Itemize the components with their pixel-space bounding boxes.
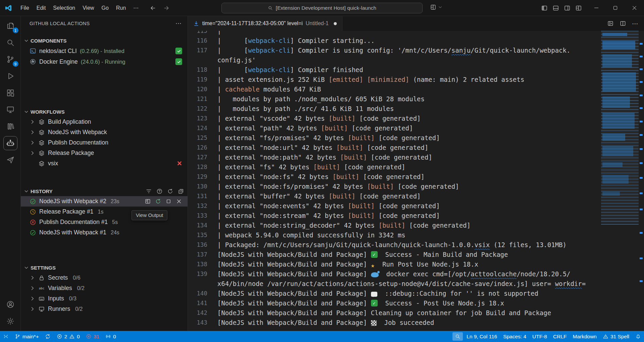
settings-runners[interactable]: Runners 0/2 (21, 304, 187, 314)
workflow-publish-documentation[interactable]: Publish Documentation (21, 137, 187, 148)
component-act-cli[interactable]: nektos/act CLI (0.2.69) - Installed (21, 46, 187, 56)
code-line[interactable]: 142[NodeJS with Webpack/Build and Packag… (188, 308, 596, 318)
extensions-icon[interactable] (0, 84, 21, 101)
settings-secrets[interactable]: Secrets 0/6 (21, 273, 187, 283)
menu-go[interactable]: Go (98, 3, 112, 13)
workflow-build-application[interactable]: Build Application (21, 117, 187, 127)
eol-sequence[interactable]: CRLF (550, 331, 570, 342)
code-line[interactable]: 133| external "node:stream" 42 bytes [bu… (188, 211, 596, 221)
workflow-release-package[interactable]: Release Package (21, 148, 187, 158)
encoding[interactable]: UTF-8 (529, 331, 550, 342)
code-line[interactable]: 126| external "node:url" 42 bytes [built… (188, 143, 596, 153)
code-line[interactable]: 138[NodeJS with Webpack/Build and Packag… (188, 260, 596, 269)
component-docker-engine[interactable]: Docker Engine (24.0.6) - Running (21, 56, 187, 67)
library-icon[interactable] (0, 118, 21, 135)
view-output-button[interactable] (145, 198, 151, 205)
toggle-panel-icon[interactable] (552, 5, 559, 11)
code-line[interactable]: 122| modules by path ./src/ 41.6 KiB 11 … (188, 104, 596, 114)
forward-button[interactable] (163, 5, 170, 11)
minimize-button[interactable] (587, 0, 606, 16)
menu-edit[interactable]: Edit (33, 3, 50, 13)
remote-indicator[interactable] (0, 331, 12, 342)
menu-selection[interactable]: Selection (49, 3, 79, 13)
code-line[interactable]: 115| (188, 31, 596, 36)
menu-run[interactable]: Run (112, 3, 129, 13)
code-line[interactable]: 137[NodeJS with Webpack/Build and Packag… (188, 250, 596, 260)
code-line[interactable]: 139[NodeJS with Webpack/Build and Packag… (188, 269, 596, 279)
code-line[interactable]: config.js' (188, 55, 596, 65)
split-editor-icon[interactable] (620, 20, 626, 27)
indentation[interactable]: Spaces: 4 (500, 331, 529, 342)
code-line[interactable]: 135| webpack 5.94.0 compiled successfull… (188, 230, 596, 240)
accounts-icon[interactable] (0, 296, 21, 313)
spell-error-count[interactable]: 31 (83, 331, 102, 342)
code-line[interactable]: 143[NodeJS with Webpack/Build and Packag… (188, 318, 596, 328)
source-control-icon[interactable]: 9 (0, 51, 21, 68)
spell-status[interactable]: 31 Spell (600, 331, 632, 342)
code-line[interactable]: 119| asset extension.js 252 KiB [emitted… (188, 75, 596, 84)
tab-untitled-1[interactable]: time="2024-11-17T18:32:43-05:00" level=i… (188, 16, 342, 31)
section-workflows[interactable]: WORKFLOWS (21, 107, 187, 117)
sidebar-more-actions[interactable]: ⋯ (175, 20, 181, 27)
code-line[interactable]: x64/bin/node /var/run/act/actions/action… (188, 279, 596, 289)
section-history[interactable]: HISTORY (21, 186, 187, 196)
branch-status[interactable]: main*+ (12, 331, 42, 342)
explorer-icon[interactable]: 1 (0, 17, 21, 34)
command-center-search[interactable]: [Extension Development Host] quick-launc… (221, 3, 423, 13)
code-line[interactable]: 141[NodeJS with Webpack/Build and Packag… (188, 298, 596, 308)
layout-profile-dropdown[interactable] (430, 4, 442, 10)
code-line[interactable]: 132| external "node:events" 42 bytes [bu… (188, 201, 596, 211)
notifications-bell-icon[interactable] (632, 331, 644, 342)
modified-indicator[interactable] (334, 22, 337, 25)
code-line[interactable]: 116| [webpack-cli] Compiler starting... (188, 36, 596, 46)
code-line[interactable]: 118| [webpack-cli] Compiler finished (188, 65, 596, 75)
history-item-nodejs-webpack-2[interactable]: NodeJS with Webpack #2 23s (21, 196, 187, 207)
menu-view[interactable]: View (79, 3, 98, 13)
sync-button[interactable] (42, 331, 54, 342)
section-components[interactable]: COMPONENTS (21, 36, 187, 46)
code-line[interactable]: 128| external "fs" 42 bytes [built] [cod… (188, 162, 596, 172)
code-line[interactable]: 123| external "vscode" 42 bytes [built] … (188, 114, 596, 123)
dismiss-button[interactable] (176, 198, 182, 205)
screen-magnifier-indicator[interactable] (452, 332, 463, 341)
settings-inputs[interactable]: Inputs 0/3 (21, 293, 187, 304)
overview-ruler[interactable] (639, 31, 644, 331)
back-button[interactable] (150, 5, 156, 11)
language-mode[interactable]: Markdown (570, 331, 600, 342)
section-settings[interactable]: SETTINGS (21, 263, 187, 273)
refresh-icon[interactable] (167, 188, 173, 194)
help-icon[interactable] (156, 188, 163, 194)
search-view-icon[interactable] (0, 34, 21, 51)
ports-status[interactable]: 0 (102, 331, 119, 342)
settings-gear-icon[interactable] (0, 313, 21, 330)
code-line[interactable]: 125| external "fs/promises" 42 bytes [bu… (188, 133, 596, 143)
maximize-button[interactable] (606, 0, 625, 16)
code-line[interactable]: 120| cacheable modules 647 KiB (188, 84, 596, 94)
settings-variables[interactable]: abc Variables 0/2 (21, 283, 187, 293)
minimap[interactable] (601, 31, 639, 225)
code-line[interactable]: 136| Packaged: /mnt/c/Users/sanju/Git/qu… (188, 240, 596, 250)
toggle-sidebar-icon[interactable] (541, 5, 548, 11)
workflow-nodejs-webpack[interactable]: NodeJS with Webpack (21, 127, 187, 137)
open-changes-icon[interactable] (607, 20, 614, 27)
code-line[interactable]: 124| external "path" 42 bytes [built] [c… (188, 123, 596, 133)
toggle-secondary-sidebar-icon[interactable] (564, 5, 571, 11)
collapse-all-icon[interactable] (178, 188, 184, 194)
code-line[interactable]: 127| external "node:path" 42 bytes [buil… (188, 153, 596, 162)
code-line[interactable]: 131| external "buffer" 42 bytes [built] … (188, 191, 596, 201)
menu-file[interactable]: File (17, 3, 33, 13)
history-item-nodejs-webpack-1[interactable]: NodeJS with Webpack #1 24s (21, 227, 187, 238)
cursor-position[interactable]: Ln 9, Col 116 (464, 331, 500, 342)
github-local-actions-icon[interactable] (0, 135, 21, 152)
editor-pane[interactable]: 115|116| [webpack-cli] Compiler starting… (188, 31, 644, 331)
code-line[interactable]: 140[NodeJS with Webpack/Build and Packag… (188, 289, 596, 298)
code-line[interactable]: 130| external "node:fs/promises" 42 byte… (188, 182, 596, 191)
workflow-vsix[interactable]: vsix ✕ (21, 158, 187, 169)
stop-button[interactable] (165, 198, 172, 205)
send-icon[interactable] (0, 152, 21, 168)
customize-layout-icon[interactable] (575, 5, 582, 11)
problems-status[interactable]: 2 0 (54, 331, 83, 342)
remote-explorer-icon[interactable] (0, 101, 21, 118)
run-debug-icon[interactable] (0, 68, 21, 84)
code-line[interactable]: 129| external "node:fs" 42 bytes [built]… (188, 172, 596, 182)
